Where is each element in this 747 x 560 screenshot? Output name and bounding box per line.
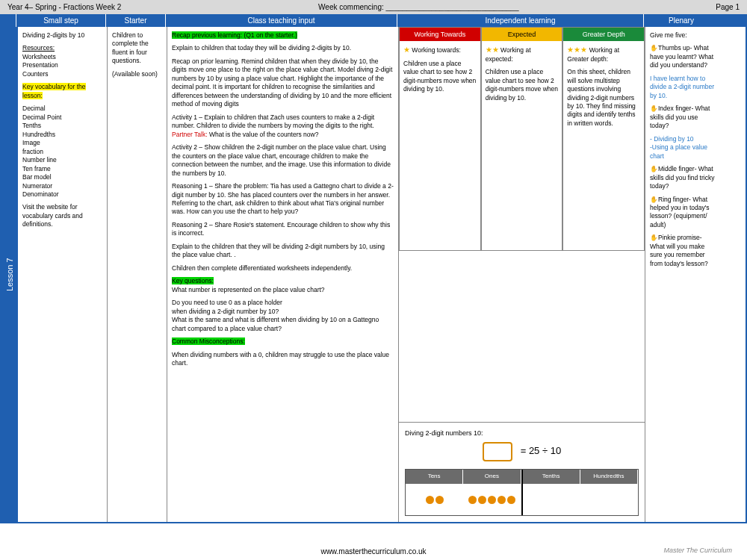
wt-label: Working towards:: [410, 46, 461, 54]
teach-p4: Activity 2 – Show children the 2-digit n…: [172, 143, 394, 178]
answer-box: [483, 442, 512, 461]
starter-p1: Children to complete the fluent in four …: [112, 31, 162, 66]
teach-p2: Recap on prior learning. Remind children…: [172, 57, 394, 109]
cm-hl: Common Misconceptions:: [172, 337, 245, 345]
smallstep-title: Dividing 2-digits by 10: [22, 31, 102, 40]
kq1: What number is represented on the place …: [172, 286, 325, 293]
column-headers: Small step Starter Class teaching input …: [0, 14, 747, 27]
diagram-box: Diving 2-digit numbers 10: = 25 ÷ 10 Ten…: [399, 422, 645, 522]
visit-note: Visit the website for vocabulary cards a…: [22, 203, 102, 228]
lesson-tab: Lesson 7: [1, 27, 18, 522]
ex-head: Expected: [482, 28, 562, 41]
gd-head: Greater Depth: [563, 28, 644, 41]
plenary-index: ✋Index finger- What skills did you use t…: [650, 105, 716, 130]
teach-p8: Children then complete differentiated wo…: [172, 264, 394, 273]
header-teaching: Class teaching input: [166, 14, 397, 27]
wt-body: Children use a place value chart to see …: [403, 60, 477, 94]
plenary-thumb-ans: I have learnt how to divide a 2-digit nu…: [650, 75, 716, 100]
ex-body: Children use a place value chart to see …: [486, 68, 559, 102]
teach-p1: Explain to children that today they will…: [172, 44, 394, 52]
plenary-pinkie: ✋Pinkie promise- What will you make sure…: [650, 234, 716, 268]
resources-label: Resources:: [22, 44, 55, 52]
plenary-cell: Give me five: ✋Thumbs up- What have you …: [645, 27, 720, 522]
plenary-thumb: ✋Thumbs up- What have you learnt? What d…: [650, 44, 716, 69]
header-plenary: Plenary: [644, 14, 719, 27]
page-number: Page 1: [716, 3, 740, 11]
starter-cell: Children to complete the fluent in four …: [108, 27, 167, 522]
pv-hundredths: Hundredths: [580, 470, 638, 484]
diff-row: Working Towards ★ Working towards: Child…: [399, 27, 645, 251]
teach-p7: Explain to the children that they will b…: [172, 243, 394, 260]
vocab-list: Decimal Decimal Point Tenths Hundredths …: [22, 105, 102, 199]
pv-tenths: Tenths: [523, 470, 580, 484]
header-starter: Starter: [106, 14, 166, 27]
plenary-middle: ✋Middle finger- What skills did you find…: [650, 165, 716, 190]
week-commencing: Week commencing: _______________________…: [318, 3, 518, 11]
cm1: When dividing numbers with a 0, children…: [172, 351, 394, 368]
main-grid: Lesson 7 Dividing 2-digits by 10 Resourc…: [0, 27, 747, 523]
logo-text: Master The Curriculum: [663, 547, 732, 554]
gd-body: On this sheet, children will solve multi…: [567, 68, 640, 128]
pv-table: Tens Ones Tenths Hundredths: [405, 469, 639, 516]
plenary-intro: Give me five:: [650, 31, 716, 40]
independent-cell: Working Towards ★ Working towards: Child…: [399, 27, 645, 522]
smallstep-cell: Dividing 2-digits by 10 Resources:Worksh…: [18, 27, 108, 522]
teach-p3c: What is the value of the counters now?: [208, 131, 319, 138]
plenary-index-ans: - Dividing by 10 -Using a place value ch…: [650, 135, 716, 161]
top-bar: Year 4– Spring - Fractions Week 2 Week c…: [0, 0, 747, 14]
star-icon: ★: [403, 46, 410, 54]
resources-list: Worksheets Presentation Counters: [22, 53, 58, 78]
plenary-ring: ✋Ring finger- What helped you in today's…: [650, 196, 716, 230]
kq2: Do you need to use 0 as a place holder w…: [172, 299, 394, 333]
header-independent: Independent learning: [397, 14, 644, 27]
wt-head: Working Towards: [400, 28, 480, 41]
star-icon: ★★★: [567, 46, 587, 54]
header-smallstep: Small step: [16, 14, 106, 27]
equation: = 25 ÷ 10: [521, 446, 561, 457]
diagram-title: Diving 2-digit numbers 10:: [405, 429, 639, 438]
teaching-cell: Recap previous learning: (Q1 on the star…: [167, 27, 399, 522]
kq-hl: Key questions:: [172, 277, 214, 284]
teach-p6: Reasoning 2 – Share Rosie's statement. E…: [172, 221, 394, 238]
vocab-label: Key vocabulary for the lesson:: [22, 83, 86, 99]
star-icon: ★★: [486, 46, 499, 54]
recap-hl: Recap previous learning: (Q1 on the star…: [172, 31, 297, 39]
starter-p2: (Available soon): [112, 70, 162, 78]
doc-title: Year 4– Spring - Fractions Week 2: [7, 3, 121, 11]
pv-ones: Ones: [463, 470, 521, 484]
pv-tens: Tens: [406, 470, 463, 484]
footer-url: www.masterthecurriculum.co.uk: [0, 547, 747, 556]
partner-talk: Partner Talk:: [172, 131, 208, 138]
teach-p5: Reasoning 1 – Share the problem: Tia has…: [172, 182, 394, 217]
teach-p3a: Activity 1 – Explain to children that Za…: [172, 113, 374, 129]
